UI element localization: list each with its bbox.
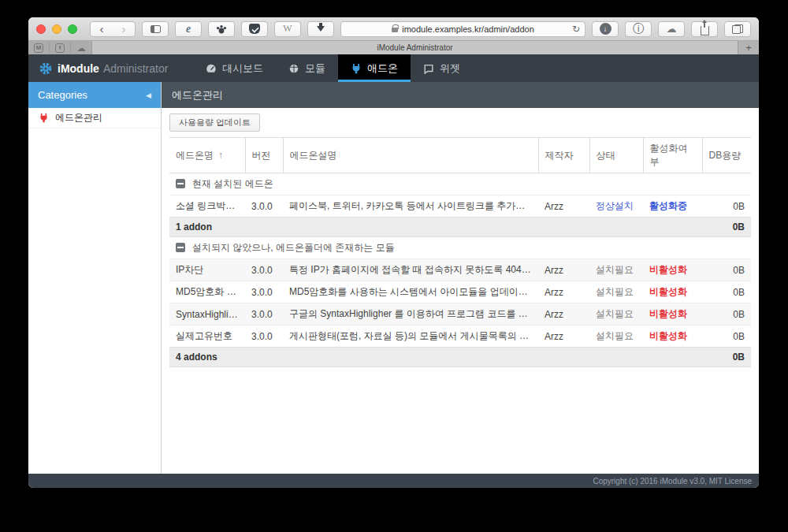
nav-label: 대시보드 (222, 61, 263, 76)
table-row-syntaxhighlighter[interactable]: SyntaxHighligher 3.0.0 구글의 SyntaxHighlig… (169, 303, 751, 326)
status-badge: 설치필요 (589, 326, 643, 348)
dashboard-icon (206, 63, 217, 74)
nav-item-modules[interactable]: 모듈 (276, 54, 338, 82)
traffic-lights (36, 24, 77, 34)
share-icon (701, 26, 709, 35)
sort-asc-icon: ↑ (218, 150, 223, 161)
status-badge: 설치필요 (589, 303, 643, 326)
collapse-group-icon[interactable] (176, 243, 185, 252)
tab-bar: M f ☁ iModule Administrator + (28, 41, 759, 54)
extension-pocket-button[interactable] (241, 21, 268, 37)
app-body: Categories ◀ 에드온관리 에드온관리 사용용량 업데이트 (28, 82, 759, 474)
extension-ie-button[interactable]: e (175, 21, 202, 37)
minimize-window-button[interactable] (52, 24, 61, 34)
new-tab-button[interactable]: + (738, 41, 759, 54)
tab-title: iModule Administrator (377, 43, 452, 52)
summary-row-installed: 1 addon 0B (169, 218, 751, 237)
column-author[interactable]: 제작자 (538, 138, 589, 173)
gear-icon (39, 62, 52, 75)
column-status[interactable]: 상태 (589, 138, 643, 173)
group-label: 현재 설치된 에드온 (192, 178, 273, 189)
table-row-ip-block[interactable]: IP차단 3.0.0 특정 IP가 홈페이지에 접속할 때 접속하지 못하도록 … (169, 259, 751, 281)
history-nav: ‹ › (90, 21, 136, 37)
extension-downloader-button[interactable] (307, 21, 334, 37)
back-button[interactable]: ‹ (91, 22, 113, 35)
page-title: 에드온관리 (172, 88, 223, 102)
column-description[interactable]: 에드온설명 (283, 138, 538, 173)
extension-paw-button[interactable] (208, 21, 235, 37)
column-version[interactable]: 버전 (245, 138, 283, 173)
status-badge: 설치필요 (589, 259, 643, 281)
status-badge: 설치필요 (589, 281, 643, 303)
downloads-button[interactable]: ↓ (592, 21, 619, 37)
page-header: 에드온관리 (162, 82, 759, 108)
collapse-sidebar-icon[interactable]: ◀ (146, 91, 151, 99)
app-footer: Copyright (c) 2016 iModule v3.0, MIT Lic… (28, 474, 759, 488)
extension-wikipedia-button[interactable]: W (274, 21, 301, 37)
active-badge: 비활성화 (643, 259, 702, 281)
table-header-row: 에드온명↑ 버전 에드온설명 제작자 상태 활성화여부 DB용량 (169, 138, 751, 173)
forward-button[interactable]: › (113, 22, 135, 35)
nav-item-widgets[interactable]: 위젯 (411, 54, 473, 82)
cloud-icon: ☁ (667, 23, 677, 35)
table-row-md5-login[interactable]: MD5암호화 로그인 3.0.0 MD5암호화를 사용하는 시스템에서 아이모듈… (169, 281, 751, 303)
active-badge: 비활성화 (643, 281, 702, 303)
table-row-social-linkbox[interactable]: 소셜 링크박스 지원 3.0.0 페이스북, 트위터, 카카오톡 등에서 사이트… (169, 195, 751, 218)
downloads-icon: ↓ (600, 23, 611, 35)
refresh-icon[interactable]: ↻ (572, 24, 580, 35)
lock-icon (392, 28, 398, 32)
column-db-size[interactable]: DB용량 (702, 138, 751, 173)
brand-name: iModule (58, 62, 99, 75)
nav-label: 애드온 (367, 61, 398, 76)
active-tab[interactable]: iModule Administrator (92, 41, 738, 54)
module-icon (288, 63, 299, 74)
pinned-tab-soundcloud[interactable]: ☁ (71, 41, 92, 54)
sidebar-item-label: 에드온관리 (55, 111, 102, 125)
update-usage-button[interactable]: 사용용량 업데이트 (169, 113, 260, 132)
categories-header[interactable]: Categories ◀ (28, 82, 161, 108)
content-area: 사용용량 업데이트 에드온명↑ 버전 에드온설명 제작자 상태 활성화여부 (162, 108, 759, 474)
icloud-button[interactable]: ☁ (658, 21, 685, 37)
share-button[interactable] (691, 21, 718, 37)
zoom-window-button[interactable] (68, 24, 77, 34)
sidebar-icon (151, 25, 161, 33)
table-row-real-unique-number[interactable]: 실제고유번호 3.0.0 게시판형태(포럼, 자료실 등)의 모듈에서 게시물목… (169, 326, 751, 348)
status-badge: 정상설치 (589, 195, 643, 218)
collapse-group-icon[interactable] (176, 179, 185, 188)
plus-icon: + (745, 42, 752, 54)
pocket-icon (249, 24, 260, 34)
categories-title: Categories (38, 89, 87, 101)
active-badge: 활성화중 (643, 195, 702, 218)
summary-row-not-installed: 4 addons 0B (169, 348, 751, 367)
download-arrow-icon (317, 26, 325, 32)
nav-label: 위젯 (440, 61, 460, 76)
sidebar-toggle-button[interactable] (142, 21, 169, 37)
reader-info-button[interactable]: ⓘ (625, 21, 652, 37)
group-label: 설치되지 않았으나, 에드온폴더에 존재하는 모듈 (192, 242, 395, 253)
brand-suffix: Administrator (103, 62, 168, 75)
sidebar: Categories ◀ 에드온관리 (28, 82, 162, 474)
browser-window: ‹ › e W imodule.examples.kr/admin/addon … (28, 17, 759, 488)
active-badge: 비활성화 (643, 303, 702, 326)
copyright-text: Copyright (c) 2016 iModule v3.0, MIT Lic… (593, 477, 752, 485)
column-active[interactable]: 활성화여부 (643, 138, 702, 173)
pinned-tab-m[interactable]: M (28, 41, 50, 54)
paw-icon (216, 24, 227, 34)
main-panel: 에드온관리 사용용량 업데이트 에드온명↑ 버전 에드온설명 제작자 상태 (162, 82, 759, 474)
pinned-tab-facebook[interactable]: f (50, 41, 71, 54)
show-tabs-button[interactable] (724, 21, 751, 37)
active-badge: 비활성화 (643, 326, 702, 348)
nav-item-dashboard[interactable]: 대시보드 (193, 54, 276, 82)
address-bar[interactable]: imodule.examples.kr/admin/addon ↻ (340, 21, 585, 37)
addon-plug-icon (351, 63, 362, 74)
widget-icon (423, 63, 434, 74)
column-addon-name[interactable]: 에드온명↑ (169, 138, 245, 173)
group-row-not-installed: 설치되지 않았으나, 에드온폴더에 존재하는 모듈 (169, 237, 751, 259)
brand-logo[interactable]: iModule Administrator (28, 54, 193, 82)
ie-icon: e (186, 23, 191, 35)
close-window-button[interactable] (36, 24, 46, 34)
sidebar-item-addon-management[interactable]: 에드온관리 (28, 108, 161, 128)
m-favicon: M (34, 43, 43, 53)
browser-toolbar: ‹ › e W imodule.examples.kr/admin/addon … (28, 17, 759, 41)
nav-item-addons[interactable]: 애드온 (338, 54, 411, 82)
